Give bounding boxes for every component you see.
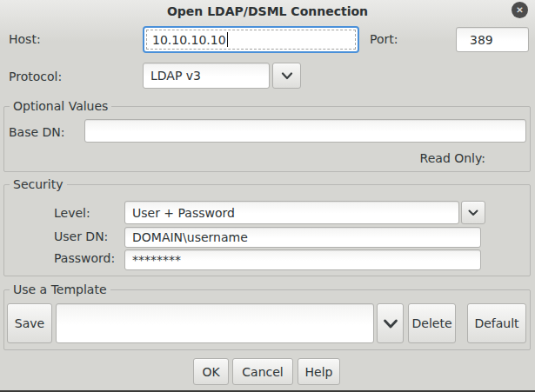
host-input[interactable]: 10.10.10.10 (143, 26, 359, 53)
chevron-down-icon (383, 319, 398, 329)
protocol-label: Protocol: (9, 70, 62, 83)
save-button-label: Save (15, 316, 44, 330)
default-button-label: Default (474, 316, 518, 330)
template-dropdown-button[interactable] (377, 303, 404, 343)
cancel-button-label: Cancel (242, 365, 283, 379)
read-only-label: Read Only: (420, 151, 485, 165)
chevron-down-icon (281, 72, 293, 80)
ok-button[interactable]: OK (193, 358, 229, 385)
save-button[interactable]: Save (7, 303, 52, 343)
window-title: Open LDAP/DSML Connection (0, 4, 535, 18)
delete-button-label: Delete (412, 316, 452, 330)
base-dn-input[interactable] (84, 119, 526, 143)
level-select[interactable]: User + Password (124, 201, 459, 224)
security-legend: Security (10, 177, 67, 191)
user-dn-input[interactable] (124, 227, 481, 248)
ldap-connection-dialog: Open LDAP/DSML Connection ✕ Host: 10.10.… (0, 0, 535, 392)
ok-button-label: OK (202, 365, 219, 379)
port-label: Port: (370, 32, 398, 46)
user-dn-label: User DN: (54, 229, 108, 243)
password-input[interactable] (124, 249, 481, 270)
template-legend: Use a Template (10, 282, 110, 296)
protocol-select[interactable]: LDAP v3 (143, 63, 270, 89)
cancel-button[interactable]: Cancel (232, 358, 293, 385)
host-value: 10.10.10.10 (152, 33, 226, 47)
close-button[interactable]: ✕ (512, 2, 528, 18)
help-button[interactable]: Help (298, 358, 340, 385)
base-dn-label: Base DN: (9, 125, 65, 139)
template-input[interactable] (56, 303, 374, 343)
password-label: Password: (54, 251, 115, 265)
close-icon: ✕ (516, 6, 523, 15)
host-label: Host: (9, 32, 41, 46)
protocol-value: LDAP v3 (150, 69, 201, 83)
level-value: User + Password (132, 206, 235, 220)
level-dropdown-button[interactable] (461, 201, 485, 224)
chevron-down-icon (468, 209, 478, 216)
port-input[interactable] (456, 27, 529, 52)
text-cursor (227, 32, 228, 47)
delete-button[interactable]: Delete (408, 303, 456, 343)
protocol-dropdown-button[interactable] (272, 63, 301, 89)
help-button-label: Help (305, 365, 333, 379)
level-label: Level: (54, 206, 90, 220)
default-button[interactable]: Default (467, 303, 526, 343)
optional-values-legend: Optional Values (10, 99, 111, 113)
